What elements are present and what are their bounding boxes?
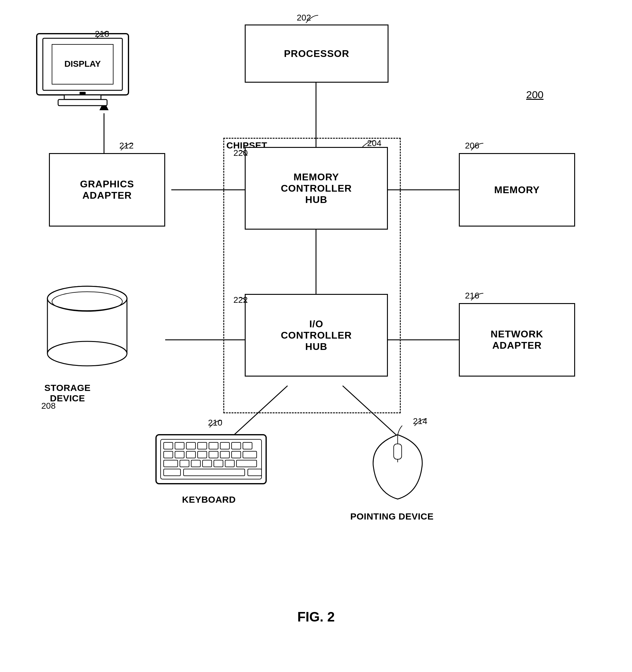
mch-ref-arrow bbox=[238, 149, 249, 158]
svg-rect-37 bbox=[198, 451, 207, 458]
svg-rect-40 bbox=[232, 451, 241, 458]
graphics-adapter-ref-arrow bbox=[119, 142, 134, 152]
svg-rect-35 bbox=[175, 451, 184, 458]
svg-rect-45 bbox=[203, 460, 212, 467]
graphics-adapter-label: GRAPHICS ADAPTER bbox=[80, 178, 134, 201]
svg-rect-14 bbox=[58, 99, 107, 105]
svg-text:DISPLAY: DISPLAY bbox=[65, 59, 101, 69]
svg-rect-15 bbox=[79, 92, 86, 94]
processor-ref-arrow bbox=[303, 14, 321, 26]
svg-rect-30 bbox=[209, 442, 218, 449]
svg-rect-43 bbox=[180, 460, 189, 467]
svg-rect-28 bbox=[186, 442, 196, 449]
network-adapter-ref-arrow bbox=[470, 292, 485, 303]
keyboard-ref-arrow bbox=[208, 419, 223, 430]
svg-rect-48 bbox=[236, 460, 257, 467]
svg-rect-47 bbox=[225, 460, 234, 467]
memory-controller-hub-box: MEMORY CONTROLLER HUB bbox=[245, 147, 388, 230]
graphics-adapter-box: GRAPHICS ADAPTER bbox=[49, 153, 165, 226]
diagram-container: PROCESSOR 202 CHIPSET 204 MEMORY CONTROL… bbox=[0, 0, 632, 672]
svg-rect-49 bbox=[183, 469, 245, 476]
keyboard-icon bbox=[153, 429, 269, 490]
svg-rect-36 bbox=[186, 451, 196, 458]
svg-rect-26 bbox=[164, 442, 173, 449]
memory-label: MEMORY bbox=[494, 184, 540, 196]
memory-box: MEMORY bbox=[459, 153, 575, 226]
storage-device-ref: 208 bbox=[41, 401, 56, 411]
pointing-device-label: POINTING DEVICE bbox=[350, 511, 434, 522]
svg-rect-29 bbox=[198, 442, 207, 449]
svg-rect-39 bbox=[220, 451, 229, 458]
svg-rect-50 bbox=[164, 469, 180, 476]
svg-rect-46 bbox=[214, 460, 223, 467]
storage-device-label: STORAGE DEVICE bbox=[44, 383, 91, 404]
svg-rect-32 bbox=[232, 442, 241, 449]
ich-ref-arrow bbox=[238, 296, 249, 305]
svg-rect-51 bbox=[248, 469, 261, 476]
svg-point-22 bbox=[47, 286, 127, 311]
svg-rect-31 bbox=[220, 442, 229, 449]
keyboard-label: KEYBOARD bbox=[182, 495, 236, 505]
svg-rect-33 bbox=[243, 442, 252, 449]
memory-ref-arrow bbox=[470, 142, 485, 152]
svg-rect-53 bbox=[394, 444, 402, 459]
io-controller-hub-box: I/O CONTROLLER HUB bbox=[245, 294, 388, 377]
network-adapter-box: NETWORK ADAPTER bbox=[459, 303, 575, 377]
processor-box: PROCESSOR bbox=[245, 24, 388, 83]
display-icon: DISPLAY bbox=[31, 31, 134, 113]
io-controller-hub-label: I/O CONTROLLER HUB bbox=[281, 318, 352, 352]
network-adapter-label: NETWORK ADAPTER bbox=[491, 329, 543, 351]
display-ref-arrow bbox=[95, 30, 110, 41]
pointing-device-icon bbox=[367, 426, 428, 505]
processor-label: PROCESSOR bbox=[284, 48, 349, 59]
svg-rect-44 bbox=[191, 460, 200, 467]
figure-caption: FIG. 2 bbox=[0, 609, 632, 625]
svg-rect-34 bbox=[164, 451, 173, 458]
pointing-device-ref-arrow bbox=[413, 417, 428, 428]
svg-point-21 bbox=[47, 341, 127, 366]
diagram-ref-200: 200 bbox=[526, 89, 543, 101]
svg-rect-41 bbox=[243, 451, 257, 458]
memory-controller-hub-label: MEMORY CONTROLLER HUB bbox=[281, 171, 352, 206]
svg-rect-42 bbox=[164, 460, 178, 467]
svg-rect-38 bbox=[209, 451, 218, 458]
svg-rect-13 bbox=[64, 95, 101, 99]
storage-device-icon bbox=[40, 282, 134, 377]
svg-rect-27 bbox=[175, 442, 184, 449]
